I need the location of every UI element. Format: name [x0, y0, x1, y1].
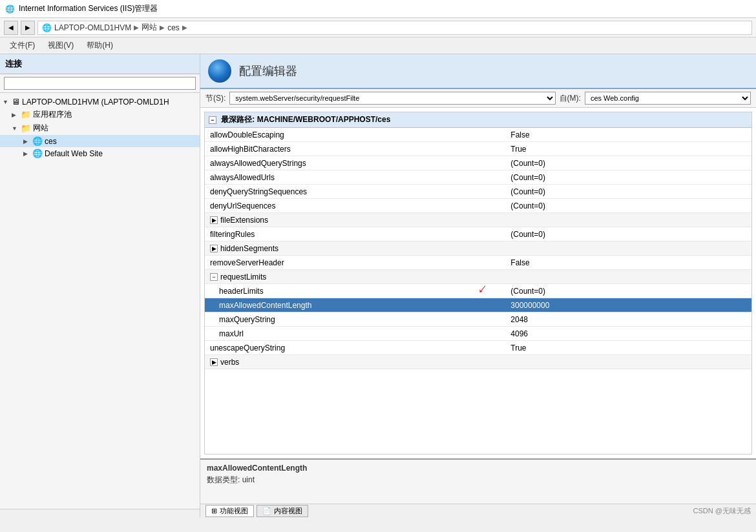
menu-help[interactable]: 帮助(H)	[81, 38, 119, 53]
table-row[interactable]: allowDoubleEscaping False	[205, 128, 751, 142]
tree-item-ces[interactable]: ▶ 🌐 ces	[0, 135, 200, 147]
tree-item-default-web[interactable]: ▶ 🌐 Default Web Site	[0, 147, 200, 159]
table-row[interactable]: alwaysAllowedUrls (Count=0)	[205, 170, 751, 185]
main-layout: 连接 ▼ 🖥 LAPTOP-OMLD1HVM (LAPTOP-OMLD1H ▶ …	[0, 54, 756, 518]
description-area: maxAllowedContentLength 数据类型: uint	[200, 458, 756, 504]
folder-icon-website: 📁	[21, 123, 31, 133]
config-editor-title: 配置编辑器	[239, 63, 297, 79]
description-text: 数据类型: uint	[207, 475, 750, 486]
row-name-selected: maxAllowedContentLength	[205, 298, 505, 312]
tree-label-root: LAPTOP-OMLD1HVM (LAPTOP-OMLD1H	[22, 97, 169, 107]
expand-requestlimits[interactable]: −	[210, 273, 218, 281]
sidebar-search-input[interactable]	[4, 77, 196, 90]
row-name: alwaysAllowedUrls	[205, 170, 505, 185]
sidebar-header: 连接	[0, 54, 200, 74]
tree-item-apppool[interactable]: ▶ 📁 应用程序池	[0, 108, 200, 121]
table-row-group-requestlimits[interactable]: −requestLimits	[205, 270, 751, 284]
row-value: (Count=0)	[505, 284, 751, 298]
table-row[interactable]: denyUrlSequences (Count=0)	[205, 199, 751, 213]
tree-arrow-apppool: ▶	[12, 112, 21, 118]
table-row[interactable]: filteringRules (Count=0)	[205, 227, 751, 241]
table-row[interactable]: removeServerHeader False	[205, 256, 751, 270]
folder-icon-apppool: 📁	[21, 110, 31, 119]
row-value: True	[505, 142, 751, 156]
table-row-maxurl[interactable]: maxUrl 4096	[205, 327, 751, 341]
table-row-maxquerystring[interactable]: maxQueryString 2048	[205, 312, 751, 327]
title-bar-icon: 🌐	[5, 5, 15, 14]
table-row[interactable]: allowHighBitCharacters True	[205, 142, 751, 156]
row-name: allowHighBitCharacters	[205, 142, 505, 156]
row-name: headerLimits	[205, 284, 505, 298]
tree-item-website[interactable]: ▼ 📁 网站	[0, 121, 200, 135]
globe-icon-defaultweb: 🌐	[32, 148, 43, 158]
expand-fileextensions[interactable]: ▶	[210, 216, 218, 224]
breadcrumb-item-2: 网站	[142, 22, 157, 33]
tree-label-defaultweb: Default Web Site	[45, 149, 103, 158]
expand-hiddensegments[interactable]: ▶	[210, 245, 218, 252]
title-bar-text: Internet Information Services (IIS)管理器	[19, 3, 158, 14]
section-label: 节(S):	[205, 93, 226, 104]
tab-feature-view-label: 功能视图	[220, 506, 248, 516]
row-value	[505, 241, 751, 256]
tree-item-root[interactable]: ▼ 🖥 LAPTOP-OMLD1HVM (LAPTOP-OMLD1H	[0, 96, 200, 108]
breadcrumb-sep-3: ▶	[182, 24, 187, 31]
sidebar-scrollbar[interactable]	[0, 509, 200, 518]
from-label: 自(M):	[560, 93, 581, 104]
from-dropdown[interactable]: ces Web.config	[585, 92, 751, 105]
table-row-maxallowedcontentlength[interactable]: maxAllowedContentLength 300000000 ↓	[205, 298, 751, 312]
row-value	[505, 213, 751, 227]
table-row[interactable]: denyQueryStringSequences (Count=0)	[205, 185, 751, 199]
table-row-group-hiddensegments[interactable]: ▶hiddenSegments	[205, 241, 751, 256]
breadcrumb-sep-1: ▶	[134, 24, 139, 31]
title-bar: 🌐 Internet Information Services (IIS)管理器	[0, 0, 756, 18]
table-row-headerlimits[interactable]: headerLimits (Count=0)	[205, 284, 751, 298]
config-table: − 最深路径: MACHINE/WEBROOT/APPHOST/ces allo…	[205, 112, 751, 369]
row-name: denyUrlSequences	[205, 199, 505, 213]
tab-feature-view[interactable]: ⊞ 功能视图	[205, 505, 254, 517]
tab-content-view[interactable]: 📄 内容视图	[257, 505, 308, 517]
tree-label-apppool: 应用程序池	[33, 109, 72, 120]
row-value: (Count=0)	[505, 185, 751, 199]
config-globe-icon	[208, 59, 231, 83]
content-view-icon: 📄	[262, 507, 271, 515]
globe-nav-icon: 🌐	[42, 23, 52, 32]
nav-bar: ◀ ▶ 🌐 LAPTOP-OMLD1HVM ▶ 网站 ▶ ces ▶	[0, 18, 756, 37]
row-value: 2048	[505, 312, 751, 327]
breadcrumb: 🌐 LAPTOP-OMLD1HVM ▶ 网站 ▶ ces ▶	[37, 21, 752, 35]
row-value: (Count=0)	[505, 227, 751, 241]
table-row[interactable]: alwaysAllowedQueryStrings (Count=0)	[205, 156, 751, 170]
forward-button[interactable]: ▶	[21, 21, 35, 35]
table-row-unescapequerystring[interactable]: unescapeQueryString True	[205, 341, 751, 355]
config-table-area: − 最深路径: MACHINE/WEBROOT/APPHOST/ces allo…	[204, 112, 752, 455]
breadcrumb-item-3: ces	[167, 23, 180, 32]
row-value: False	[505, 128, 751, 142]
row-name: maxQueryString	[205, 312, 505, 327]
breadcrumb-item-1: LAPTOP-OMLD1HVM	[54, 23, 131, 32]
menu-bar: 文件(F) 视图(V) 帮助(H)	[0, 37, 756, 54]
feature-view-icon: ⊞	[211, 507, 217, 515]
tree-arrow-root: ▼	[3, 99, 12, 105]
section-dropdown[interactable]: system.webServer/security/requestFilte	[229, 92, 555, 105]
row-value: (Count=0)	[505, 199, 751, 213]
row-name: removeServerHeader	[205, 256, 505, 270]
row-name: maxUrl	[205, 327, 505, 341]
description-title: maxAllowedContentLength	[207, 464, 750, 473]
content-area: 配置编辑器 节(S): system.webServer/security/re…	[200, 54, 756, 518]
tab-content-view-label: 内容视图	[274, 506, 302, 516]
menu-file[interactable]: 文件(F)	[4, 38, 41, 53]
expand-verbs[interactable]: ▶	[210, 358, 218, 366]
row-name: denyQueryStringSequences	[205, 185, 505, 199]
row-value	[505, 355, 751, 369]
table-row-group-verbs[interactable]: ▶verbs	[205, 355, 751, 369]
sidebar: 连接 ▼ 🖥 LAPTOP-OMLD1HVM (LAPTOP-OMLD1H ▶ …	[0, 54, 200, 518]
deep-path-header: − 最深路径: MACHINE/WEBROOT/APPHOST/ces	[205, 112, 751, 128]
sidebar-search-area	[0, 74, 200, 93]
menu-view[interactable]: 视图(V)	[42, 38, 79, 53]
collapse-all-btn[interactable]: −	[209, 116, 216, 124]
table-row-group-fileextensions[interactable]: ▶fileExtensions	[205, 213, 751, 227]
watermark: CSDN @无味无感	[693, 506, 751, 516]
back-button[interactable]: ◀	[4, 21, 18, 35]
tree-arrow-ces: ▶	[23, 138, 32, 145]
row-name: −requestLimits	[205, 270, 505, 284]
row-name: allowDoubleEscaping	[205, 128, 505, 142]
